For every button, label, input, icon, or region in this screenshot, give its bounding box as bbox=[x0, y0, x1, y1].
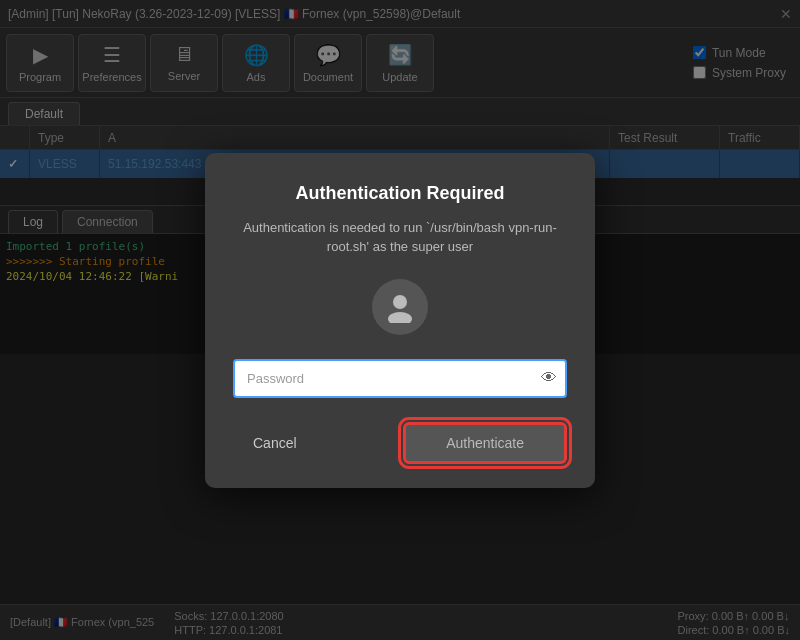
auth-dialog: Authentication Required Authentication i… bbox=[205, 153, 595, 488]
dialog-description: Authentication is needed to run `/usr/bi… bbox=[233, 218, 567, 257]
dialog-overlay: Authentication Required Authentication i… bbox=[0, 0, 800, 640]
password-row: 👁 bbox=[233, 359, 567, 398]
authenticate-button[interactable]: Authenticate bbox=[403, 422, 567, 464]
password-input[interactable] bbox=[233, 359, 567, 398]
cancel-button[interactable]: Cancel bbox=[233, 425, 317, 461]
svg-point-1 bbox=[388, 312, 412, 323]
dialog-buttons: Cancel Authenticate bbox=[233, 422, 567, 464]
user-avatar bbox=[372, 279, 428, 335]
show-password-icon[interactable]: 👁 bbox=[541, 369, 557, 387]
svg-point-0 bbox=[393, 295, 407, 309]
user-icon bbox=[384, 291, 416, 323]
dialog-title: Authentication Required bbox=[295, 183, 504, 204]
